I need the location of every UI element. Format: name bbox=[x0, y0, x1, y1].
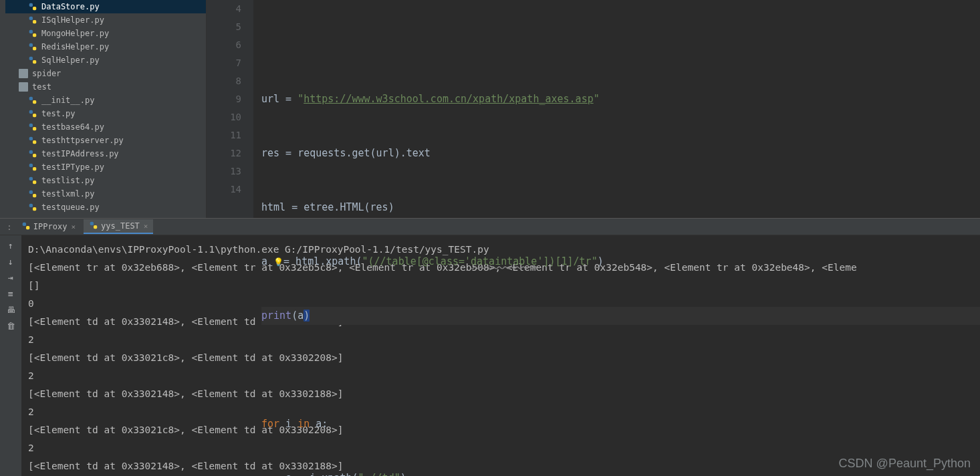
tree-item[interactable]: testIPType.py bbox=[5, 160, 206, 174]
tree-item-label: SqlHelper.py bbox=[41, 55, 100, 65]
line-gutter: 4567891011121314 bbox=[207, 0, 253, 218]
tree-item[interactable]: ISqlHelper.py bbox=[5, 13, 206, 27]
tree-item-label: testqueue.py bbox=[41, 203, 100, 212]
svg-rect-26 bbox=[29, 204, 33, 207]
python-file-icon bbox=[28, 55, 37, 65]
tree-item[interactable]: test.py bbox=[5, 107, 206, 120]
print-icon[interactable]: 🖶 bbox=[5, 304, 17, 316]
svg-rect-21 bbox=[33, 167, 36, 170]
tree-item[interactable]: MongoHelper.py bbox=[5, 27, 206, 40]
python-file-icon bbox=[28, 96, 37, 105]
svg-rect-19 bbox=[33, 154, 36, 157]
tree-item-label: spider bbox=[32, 69, 61, 78]
code-editor[interactable]: 4567891011121314 url = "https://www.w3sc… bbox=[207, 0, 980, 218]
tree-item[interactable]: DataStore.py bbox=[5, 0, 206, 13]
tree-item-label: MongoHelper.py bbox=[41, 29, 109, 38]
python-file-icon bbox=[28, 109, 37, 118]
tree-item[interactable]: spider bbox=[5, 67, 206, 80]
close-icon[interactable]: × bbox=[71, 223, 76, 231]
tree-item[interactable]: testlxml.py bbox=[5, 187, 206, 201]
line-number: 7 bbox=[207, 54, 241, 72]
line-number: 10 bbox=[207, 108, 241, 126]
svg-rect-5 bbox=[33, 33, 36, 37]
run-tab-label: IPProxy bbox=[33, 222, 68, 231]
svg-rect-22 bbox=[29, 177, 33, 181]
svg-rect-11 bbox=[33, 100, 36, 104]
svg-rect-23 bbox=[33, 181, 36, 184]
tree-item-label: DataStore.py bbox=[41, 2, 100, 11]
svg-rect-18 bbox=[29, 150, 33, 154]
folder-icon bbox=[19, 69, 28, 78]
scroll-icon[interactable]: ≡ bbox=[5, 287, 17, 300]
folder-icon bbox=[19, 82, 28, 92]
intention-bulb-icon[interactable]: 💡 bbox=[273, 257, 283, 267]
tree-item[interactable]: test bbox=[5, 80, 206, 94]
wrap-icon[interactable]: ⇥ bbox=[5, 271, 17, 283]
svg-rect-3 bbox=[33, 20, 36, 23]
svg-rect-27 bbox=[33, 207, 36, 211]
tree-item[interactable]: RedisHelper.py bbox=[5, 40, 206, 53]
code-line: html = etree.HTML(res) bbox=[261, 199, 980, 217]
up-arrow-icon[interactable]: ↑ bbox=[5, 239, 17, 251]
svg-rect-30 bbox=[90, 221, 94, 225]
python-file-icon bbox=[28, 162, 37, 172]
svg-rect-13 bbox=[33, 114, 36, 117]
trash-icon[interactable]: 🗑 bbox=[5, 320, 17, 332]
python-file-icon bbox=[28, 149, 37, 158]
tree-item-label: test.py bbox=[41, 109, 76, 118]
line-number: 14 bbox=[207, 181, 241, 199]
code-line bbox=[261, 36, 980, 54]
code-line: print(a) bbox=[261, 307, 980, 325]
tree-item[interactable]: testIPAddress.py bbox=[5, 147, 206, 160]
line-number: 5 bbox=[207, 18, 241, 36]
python-file-icon bbox=[28, 29, 37, 38]
run-tab-label: yys_TEST bbox=[101, 221, 140, 231]
python-file-icon bbox=[28, 42, 37, 51]
tree-item-label: testbase64.py bbox=[41, 122, 104, 132]
code-content[interactable]: url = "https://www.w3school.com.cn/xpath… bbox=[253, 0, 980, 218]
down-arrow-icon[interactable]: ↓ bbox=[5, 255, 17, 267]
line-number: 9 bbox=[207, 90, 241, 108]
tree-item-label: testIPAddress.py bbox=[41, 149, 119, 158]
python-file-icon bbox=[89, 221, 98, 232]
svg-rect-0 bbox=[29, 3, 33, 7]
tree-item-label: testlist.py bbox=[41, 176, 94, 185]
svg-rect-7 bbox=[33, 47, 36, 50]
tree-item[interactable]: testbase64.py bbox=[5, 120, 206, 134]
project-tree[interactable]: DataStore.pyISqlHelper.pyMongoHelper.pyR… bbox=[0, 0, 207, 218]
run-tab[interactable]: yys_TEST× bbox=[84, 219, 153, 234]
run-tab[interactable]: IPProxy× bbox=[16, 219, 81, 234]
python-file-icon bbox=[28, 176, 37, 185]
tree-item-label: test bbox=[32, 82, 51, 92]
tree-item[interactable]: SqlHelper.py bbox=[5, 53, 206, 67]
tree-item-label: __init__.py bbox=[41, 96, 94, 105]
python-file-icon bbox=[28, 189, 37, 199]
svg-rect-12 bbox=[29, 110, 33, 114]
svg-rect-16 bbox=[29, 137, 33, 140]
close-icon[interactable]: × bbox=[144, 222, 148, 231]
svg-rect-25 bbox=[33, 194, 36, 197]
tree-item-label: ISqlHelper.py bbox=[41, 15, 104, 25]
svg-rect-6 bbox=[29, 43, 33, 47]
svg-rect-31 bbox=[94, 225, 97, 229]
tree-item-label: testIPType.py bbox=[41, 162, 104, 172]
svg-rect-28 bbox=[23, 222, 26, 225]
python-file-icon bbox=[28, 203, 37, 212]
svg-rect-9 bbox=[33, 60, 36, 64]
code-line: res = requests.get(url).text bbox=[261, 144, 980, 162]
svg-rect-20 bbox=[29, 164, 33, 167]
line-number: 4 bbox=[207, 0, 241, 18]
svg-rect-1 bbox=[33, 7, 36, 10]
python-file-icon bbox=[28, 122, 37, 132]
line-number: 6 bbox=[207, 36, 241, 54]
code-line bbox=[261, 361, 980, 379]
tree-item[interactable]: testlist.py bbox=[5, 174, 206, 187]
watermark: CSDN @Peaunt_Python bbox=[839, 457, 971, 471]
tree-item[interactable]: testqueue.py bbox=[5, 201, 206, 214]
svg-rect-10 bbox=[29, 97, 33, 100]
tree-item[interactable]: __init__.py bbox=[5, 94, 206, 107]
svg-rect-17 bbox=[33, 140, 36, 144]
python-file-icon bbox=[28, 2, 37, 11]
tree-item[interactable]: testhttpserver.py bbox=[5, 134, 206, 147]
console-toolbar: ↑ ↓ ⇥ ≡ 🖶 🗑 bbox=[0, 235, 21, 476]
